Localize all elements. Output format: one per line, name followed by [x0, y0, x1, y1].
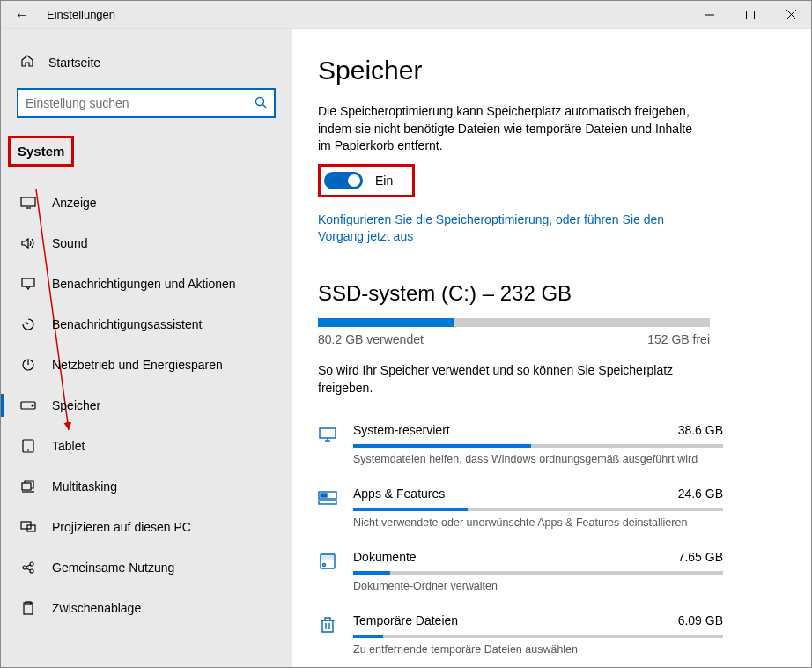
sidebar-item-zwischenablage[interactable]: Zwischenablage	[1, 588, 292, 628]
svg-point-4	[256, 97, 264, 105]
netz-icon	[20, 357, 36, 373]
drive-note: So wird Ihr Speicher verwendet und so kö…	[318, 362, 705, 397]
svg-line-5	[263, 104, 267, 108]
svg-rect-31	[321, 494, 323, 497]
svg-line-23	[26, 565, 30, 567]
svg-point-36	[323, 564, 326, 567]
sidebar-item-label: Sound	[52, 236, 87, 250]
sidebar-item-benachrichtigungen[interactable]: Benachrichtigungen und Aktionen	[1, 263, 292, 304]
benachrichtigungen-icon	[20, 276, 36, 292]
toggle-label: Ein	[375, 174, 393, 188]
category-size: 6.09 GB	[678, 613, 723, 627]
assistent-icon	[20, 316, 36, 332]
category-icon	[318, 425, 337, 444]
drive-used-label: 80.2 GB verwendet	[318, 332, 424, 346]
category-name: Apps & Features	[353, 486, 445, 501]
category-bar	[353, 444, 723, 448]
svg-rect-9	[22, 278, 34, 286]
sidebar-item-label: Projizieren auf diesen PC	[52, 520, 191, 534]
svg-rect-1	[747, 11, 755, 19]
search-input[interactable]	[17, 88, 276, 118]
category-icon	[318, 615, 337, 635]
sidebar-item-label: Multitasking	[52, 479, 117, 494]
storage-sense-description: Die Speicheroptimierung kann Speicherpla…	[318, 103, 705, 155]
sidebar-item-multitasking[interactable]: Multitasking	[1, 466, 292, 507]
svg-point-20	[23, 566, 26, 569]
category-icon	[318, 488, 337, 508]
projizieren-icon	[20, 519, 36, 535]
sidebar-item-label: Benachrichtigungsassistent	[52, 317, 202, 331]
sidebar-item-label: Speicher	[52, 398, 100, 412]
sidebar-item-tablet[interactable]: Tablet	[1, 426, 292, 466]
gemeinsam-icon	[20, 560, 36, 575]
titlebar: ← Einstellungen	[1, 1, 811, 29]
svg-rect-7	[21, 197, 35, 206]
svg-rect-35	[321, 554, 335, 559]
sidebar-item-anzeige[interactable]: Anzeige	[1, 182, 292, 223]
category-sub: Nicht verwendete oder unerwünschte Apps …	[353, 516, 723, 529]
sidebar-item-sound[interactable]: Sound	[1, 223, 292, 263]
sidebar-item-label: Zwischenablage	[52, 601, 141, 615]
storage-category-row[interactable]: Temporäre Dateien6.09 GBZu entfernende t…	[318, 605, 723, 667]
category-bar	[353, 508, 723, 511]
sidebar-item-label: Anzeige	[52, 196, 97, 210]
category-size: 38.6 GB	[678, 423, 723, 437]
category-bar	[353, 635, 723, 638]
sidebar-item-assistent[interactable]: Benachrichtigungsassistent	[1, 304, 292, 345]
search-field[interactable]	[26, 96, 255, 110]
close-button[interactable]	[771, 1, 811, 29]
svg-line-24	[26, 568, 30, 570]
window-title: Einstellungen	[43, 8, 115, 21]
category-size: 24.6 GB	[678, 486, 723, 501]
multitasking-icon	[20, 479, 36, 494]
tablet-icon	[20, 438, 36, 454]
storage-category-row[interactable]: System-reserviert38.6 GBSystemdateien he…	[318, 414, 723, 478]
category-name: System-reserviert	[353, 423, 450, 437]
speicher-icon	[20, 397, 36, 413]
sound-icon	[20, 235, 36, 251]
minimize-button[interactable]	[690, 1, 730, 29]
svg-rect-16	[22, 483, 31, 490]
svg-rect-33	[319, 501, 336, 504]
back-button[interactable]: ←	[1, 7, 43, 23]
sidebar-item-label: Benachrichtigungen und Aktionen	[52, 277, 236, 291]
zwischenablage-icon	[20, 600, 36, 616]
category-name: Dokumente	[353, 550, 417, 564]
storage-category-row[interactable]: Apps & Features24.6 GBNicht verwendete o…	[318, 478, 723, 541]
content-area: Speicher Die Speicheroptimierung kann Sp…	[292, 29, 811, 667]
page-title: Speicher	[318, 56, 781, 85]
category-bar	[353, 571, 723, 575]
svg-point-21	[30, 562, 33, 566]
configure-storage-sense-link[interactable]: Konfigurieren Sie die Speicheroptimierun…	[318, 212, 705, 246]
sidebar-item-projizieren[interactable]: Projizieren auf diesen PC	[1, 507, 292, 547]
sidebar-item-gemeinsam[interactable]: Gemeinsame Nutzung	[1, 547, 292, 588]
sidebar-item-label: Gemeinsame Nutzung	[52, 560, 174, 575]
category-size: 7.65 GB	[678, 550, 723, 564]
sidebar-home[interactable]: Startseite	[1, 45, 292, 79]
search-icon	[255, 96, 267, 111]
sidebar-item-label: Tablet	[52, 439, 85, 453]
storage-sense-toggle-row: Ein	[318, 164, 415, 197]
anzeige-icon	[20, 195, 36, 211]
category-icon	[318, 552, 337, 571]
svg-point-13	[32, 405, 33, 406]
sidebar-item-speicher[interactable]: Speicher	[1, 385, 292, 426]
svg-point-22	[30, 569, 33, 573]
drive-free-label: 152 GB frei	[647, 332, 710, 346]
sidebar: Startseite System AnzeigeSoundBenachrich…	[1, 29, 292, 667]
sidebar-home-label: Startseite	[48, 56, 100, 70]
drive-meta: 80.2 GB verwendet 152 GB frei	[318, 332, 710, 346]
category-sub: Systemdateien helfen, dass Windows ordnu…	[353, 453, 723, 465]
sidebar-category: System	[8, 136, 74, 167]
home-icon	[20, 54, 34, 71]
storage-sense-toggle[interactable]	[324, 172, 363, 189]
drive-usage-bar	[318, 318, 710, 327]
svg-rect-32	[324, 494, 327, 497]
category-sub: Dokumente-Ordner verwalten	[353, 580, 723, 592]
category-name: Temporäre Dateien	[353, 613, 458, 627]
drive-title: SSD-system (C:) – 232 GB	[318, 281, 781, 306]
maximize-button[interactable]	[730, 1, 771, 29]
sidebar-item-netz[interactable]: Netzbetrieb und Energiesparen	[1, 345, 292, 385]
svg-rect-27	[320, 428, 336, 438]
storage-category-row[interactable]: Dokumente7.65 GBDokumente-Ordner verwalt…	[318, 541, 723, 605]
